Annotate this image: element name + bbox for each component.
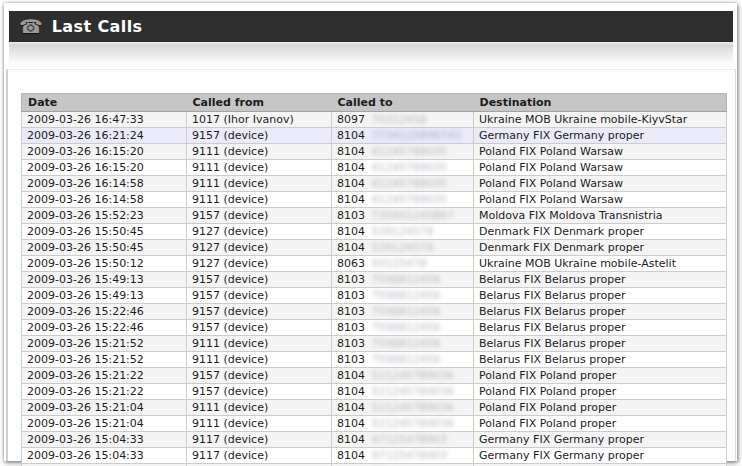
call-date: 2009-03-26 15:22:46 bbox=[22, 304, 187, 320]
call-to-masked-number: 521245789036 bbox=[372, 417, 454, 430]
phone-icon: ☎ bbox=[19, 17, 43, 36]
call-date: 2009-03-26 15:49:13 bbox=[22, 272, 187, 288]
call-row[interactable]: 2009-03-26 16:15:20 9111 (device) 810461… bbox=[22, 144, 727, 160]
call-to: 810461245789035 bbox=[332, 160, 474, 176]
call-row[interactable]: 2009-03-26 15:04:33 9117 (device) 810497… bbox=[22, 448, 727, 464]
call-date: 2009-03-26 15:21:04 bbox=[22, 416, 187, 432]
call-from: 9111 (device) bbox=[187, 416, 332, 432]
call-to: 81047734125896743 bbox=[332, 128, 474, 144]
call-row[interactable]: 2009-03-26 16:15:20 9111 (device) 810461… bbox=[22, 160, 727, 176]
call-to-prefix: 8104 bbox=[337, 433, 365, 446]
call-to-masked-number: 7599812456 bbox=[372, 305, 441, 318]
call-date: 2009-03-26 15:50:45 bbox=[22, 224, 187, 240]
call-row[interactable]: 2009-03-26 15:50:12 9127 (device) 806393… bbox=[22, 256, 727, 272]
call-date: 2009-03-26 15:21:04 bbox=[22, 400, 187, 416]
call-from: 9111 (device) bbox=[187, 352, 332, 368]
call-to-prefix: 8104 bbox=[337, 417, 365, 430]
call-to-masked-number: 521245789036 bbox=[372, 385, 454, 398]
call-to-prefix: 8104 bbox=[337, 161, 365, 174]
call-row[interactable]: 2009-03-26 15:50:45 9127 (device) 810453… bbox=[22, 240, 727, 256]
call-to-prefix: 8104 bbox=[337, 401, 365, 414]
call-to: 810461245789035 bbox=[332, 144, 474, 160]
call-from: 9127 (device) bbox=[187, 240, 332, 256]
call-to-prefix: 8103 bbox=[337, 321, 365, 334]
call-to: 810497125478903 bbox=[332, 432, 474, 448]
call-row[interactable]: 2009-03-26 15:49:13 9157 (device) 810375… bbox=[22, 288, 727, 304]
call-row[interactable]: 2009-03-26 15:21:04 9111 (device) 810452… bbox=[22, 400, 727, 416]
call-date: 2009-03-26 15:21:52 bbox=[22, 352, 187, 368]
call-row[interactable]: 2009-03-26 16:14:58 9111 (device) 810461… bbox=[22, 192, 727, 208]
call-row[interactable]: 2009-03-26 15:04:33 9117 (device) 810497… bbox=[22, 432, 727, 448]
call-date: 2009-03-26 15:21:22 bbox=[22, 368, 187, 384]
call-row[interactable]: 2009-03-26 15:22:46 9157 (device) 810375… bbox=[22, 320, 727, 336]
call-to-prefix: 8104 bbox=[337, 385, 365, 398]
call-to-prefix: 8104 bbox=[337, 193, 365, 206]
last-calls-table: Date Called from Called to Destination 2… bbox=[21, 93, 727, 466]
call-date: 2009-03-26 16:15:20 bbox=[22, 144, 187, 160]
call-destination: Belarus FIX Belarus proper bbox=[474, 272, 727, 288]
call-to-prefix: 8103 bbox=[337, 289, 365, 302]
call-from: 9157 (device) bbox=[187, 128, 332, 144]
call-row[interactable]: 2009-03-26 15:21:52 9111 (device) 810375… bbox=[22, 336, 727, 352]
call-row[interactable]: 2009-03-26 16:14:58 9111 (device) 810461… bbox=[22, 176, 727, 192]
call-to: 81037599812456 bbox=[332, 304, 474, 320]
call-row[interactable]: 2009-03-26 15:49:13 9157 (device) 810375… bbox=[22, 272, 727, 288]
call-row[interactable]: 2009-03-26 15:21:04 9111 (device) 810452… bbox=[22, 416, 727, 432]
call-to: 8103735901245867 bbox=[332, 208, 474, 224]
call-destination: Belarus FIX Belarus proper bbox=[474, 352, 727, 368]
content-panel: Date Called from Called to Destination 2… bbox=[6, 69, 736, 461]
call-destination: Denmark FIX Denmark proper bbox=[474, 240, 727, 256]
call-to-masked-number: 61245789035 bbox=[372, 145, 448, 158]
call-to-prefix: 8104 bbox=[337, 225, 365, 238]
call-from: 9111 (device) bbox=[187, 192, 332, 208]
call-to-masked-number: 7599812456 bbox=[372, 321, 441, 334]
call-to-prefix: 8104 bbox=[337, 369, 365, 382]
call-destination: Belarus FIX Belarus proper bbox=[474, 320, 727, 336]
call-destination: Poland FIX Poland proper bbox=[474, 384, 727, 400]
column-header-called-from: Called from bbox=[187, 94, 332, 112]
call-destination: Belarus FIX Belarus proper bbox=[474, 288, 727, 304]
call-to-masked-number: 61245789035 bbox=[372, 161, 448, 174]
call-to-prefix: 8104 bbox=[337, 241, 365, 254]
call-row[interactable]: 2009-03-26 16:47:33 1017 (Ihor Ivanov) 8… bbox=[22, 112, 727, 128]
call-row[interactable]: 2009-03-26 15:21:22 9157 (device) 810452… bbox=[22, 368, 727, 384]
call-to: 8104539124578 bbox=[332, 224, 474, 240]
call-date: 2009-03-26 15:21:22 bbox=[22, 384, 187, 400]
call-to: 81037599812456 bbox=[332, 288, 474, 304]
call-from: 9157 (device) bbox=[187, 272, 332, 288]
call-row[interactable]: 2009-03-26 15:21:52 9111 (device) 810375… bbox=[22, 352, 727, 368]
call-to-masked-number: 539124578 bbox=[372, 241, 434, 254]
call-to: 8104521245789036 bbox=[332, 384, 474, 400]
call-date: 2009-03-26 16:14:58 bbox=[22, 192, 187, 208]
call-to: 810461245789035 bbox=[332, 176, 474, 192]
call-from: 9157 (device) bbox=[187, 288, 332, 304]
call-row[interactable]: 2009-03-26 15:50:45 9127 (device) 810453… bbox=[22, 224, 727, 240]
call-to-masked-number: 521245789036 bbox=[372, 401, 454, 414]
call-date: 2009-03-26 15:22:46 bbox=[22, 320, 187, 336]
call-date: 2009-03-26 16:47:33 bbox=[22, 112, 187, 128]
call-to-prefix: 8097 bbox=[337, 113, 365, 126]
call-from: 9127 (device) bbox=[187, 224, 332, 240]
call-destination: Germany FIX Germany proper bbox=[474, 432, 727, 448]
call-to-prefix: 8103 bbox=[337, 273, 365, 286]
call-to-prefix: 8103 bbox=[337, 209, 365, 222]
call-from: 9111 (device) bbox=[187, 336, 332, 352]
call-destination: Poland FIX Poland Warsaw bbox=[474, 176, 727, 192]
column-header-called-to: Called to bbox=[332, 94, 474, 112]
call-destination: Belarus FIX Belarus proper bbox=[474, 336, 727, 352]
call-to-masked-number: 7599812456 bbox=[372, 273, 441, 286]
call-from: 9157 (device) bbox=[187, 368, 332, 384]
call-row[interactable]: 2009-03-26 15:21:22 9157 (device) 810452… bbox=[22, 384, 727, 400]
column-header-destination: Destination bbox=[474, 94, 727, 112]
call-destination: Ukraine MOB Ukraine mobile-KiyvStar bbox=[474, 112, 727, 128]
call-to-prefix: 8103 bbox=[337, 337, 365, 350]
call-to: 81037599812456 bbox=[332, 320, 474, 336]
call-row[interactable]: 2009-03-26 15:22:46 9157 (device) 810375… bbox=[22, 304, 727, 320]
call-date: 2009-03-26 15:21:52 bbox=[22, 336, 187, 352]
call-to-masked-number: 61245789035 bbox=[372, 193, 448, 206]
call-row[interactable]: 2009-03-26 15:52:23 9157 (device) 810373… bbox=[22, 208, 727, 224]
call-from: 9157 (device) bbox=[187, 320, 332, 336]
call-row[interactable]: 2009-03-26 16:21:24 9157 (device) 810477… bbox=[22, 128, 727, 144]
page-title: Last Calls bbox=[52, 17, 143, 36]
call-from: 9127 (device) bbox=[187, 256, 332, 272]
